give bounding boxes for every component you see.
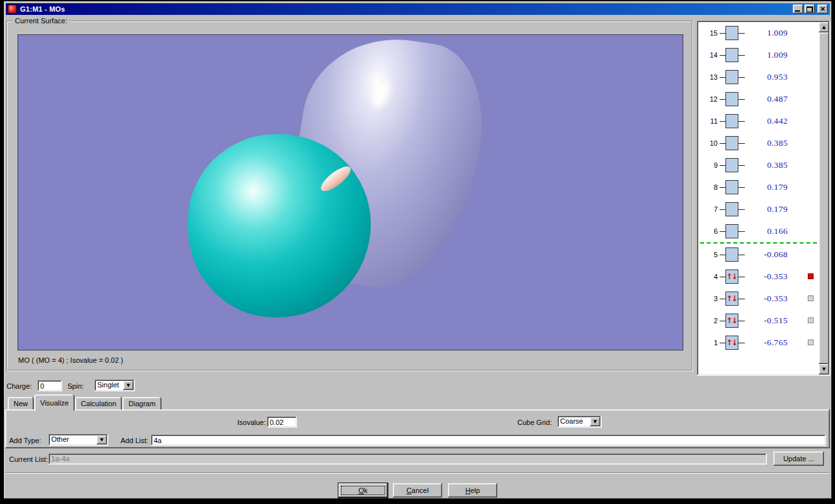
charge-input[interactable] <box>38 380 62 391</box>
mo-selection-marker-gray[interactable] <box>808 317 814 323</box>
mo-occupancy-box[interactable] <box>725 48 738 62</box>
spin-value: Singlet <box>95 380 122 391</box>
spin-up-down-icon: ↑↓ <box>726 295 738 303</box>
surface-caption: MO ( (MO = 4) ; Isovalue = 0.02 ) <box>18 356 123 364</box>
tick-line <box>738 277 745 277</box>
help-button-label: Help <box>465 487 480 494</box>
mo-row[interactable]: 1↑↓-6.765 <box>698 332 819 354</box>
cancel-button-label: Cancel <box>406 487 429 494</box>
mo-selection-marker-gray[interactable] <box>808 339 814 345</box>
mo-energy-value: -0.353 <box>749 293 788 304</box>
tick-line <box>720 255 725 255</box>
mo-occupancy-box[interactable] <box>725 136 738 150</box>
add-type-select[interactable]: Other <box>49 434 108 446</box>
restore-button[interactable] <box>805 5 815 14</box>
mo-row[interactable]: 110.442 <box>698 110 819 132</box>
tick-line <box>720 143 725 144</box>
mo-occupancy-box[interactable] <box>725 158 738 172</box>
tab-calculation[interactable]: Calculation <box>75 397 122 409</box>
tick-line <box>738 343 745 343</box>
cancel-button[interactable]: Cancel <box>393 483 442 498</box>
mo-energy-value: 0.166 <box>749 226 788 236</box>
mo-row[interactable]: 141.009 <box>698 44 819 66</box>
mo-selection-marker-red[interactable] <box>808 273 814 279</box>
add-list-input[interactable] <box>151 435 826 446</box>
mo-number: 5 <box>702 251 718 258</box>
mo-selection-marker-gray[interactable] <box>808 295 814 301</box>
mo-number: 4 <box>702 273 718 281</box>
tick-line <box>738 121 745 122</box>
current-surface-group: Current Surface: MO ( (MO = 4) ; Isovalu… <box>6 21 692 371</box>
separator <box>5 472 830 474</box>
chevron-down-icon[interactable] <box>590 417 600 426</box>
update-button[interactable]: Update ... <box>773 452 824 466</box>
tick-line <box>738 165 745 166</box>
mo-row[interactable]: 60.166 <box>698 220 819 242</box>
mo-energy-value: -0.353 <box>749 271 788 282</box>
mo-occupancy-box[interactable]: ↑↓ <box>725 336 738 350</box>
mo-row[interactable]: 120.487 <box>698 88 819 110</box>
mo-occupancy-box[interactable]: ↑↓ <box>725 314 738 328</box>
mo-row[interactable]: 5-0.068 <box>698 244 819 266</box>
mo-occupancy-box[interactable] <box>725 70 738 84</box>
close-button[interactable] <box>817 5 828 14</box>
tick-line <box>738 143 745 144</box>
tick-line <box>720 99 725 100</box>
scroll-up-icon[interactable] <box>819 22 829 32</box>
add-list-label: Add List: <box>121 437 148 444</box>
mo-row[interactable]: 90.385 <box>698 154 819 176</box>
spin-select[interactable]: Singlet <box>95 380 135 391</box>
mo-occupancy-box[interactable]: ↑↓ <box>725 269 738 284</box>
mo-row[interactable]: 130.953 <box>698 66 819 88</box>
mo-row[interactable]: 4↑↓-0.353 <box>698 266 819 288</box>
tick-line <box>738 99 745 100</box>
mo-row[interactable]: 3↑↓-0.353 <box>698 288 819 310</box>
tab-visualize[interactable]: Visualize <box>34 395 75 411</box>
mo-row[interactable]: 70.179 <box>698 198 819 220</box>
tab-new[interactable]: New <box>8 397 34 409</box>
current-list-label: Current List: <box>9 455 48 463</box>
mo-3d-viewport[interactable] <box>18 34 683 350</box>
tick-line <box>738 77 745 78</box>
mo-energy-value: -0.515 <box>749 315 788 326</box>
cube-grid-select[interactable]: Coarse <box>558 416 602 428</box>
mo-occupancy-box[interactable] <box>725 26 738 40</box>
mo-row[interactable]: 2↑↓-0.515 <box>698 310 819 332</box>
tick-line <box>720 231 725 232</box>
mo-occupancy-box[interactable]: ↑↓ <box>725 292 738 306</box>
visualize-tab-panel: Isovalue: Cube Grid: Coarse Add Type: Ot… <box>5 409 830 448</box>
tab-diagram[interactable]: Diagram <box>123 397 161 409</box>
mo-energy-value: 0.487 <box>749 94 788 104</box>
chevron-down-icon[interactable] <box>97 435 107 444</box>
mo-occupancy-box[interactable] <box>725 202 738 216</box>
ok-button-label: Ok <box>359 487 368 494</box>
isovalue-input[interactable] <box>267 417 297 428</box>
current-list-field: 1a-4a <box>49 453 767 464</box>
mo-occupancy-box[interactable] <box>725 114 738 128</box>
mo-occupancy-box[interactable] <box>725 92 738 106</box>
mo-row[interactable]: 100.385 <box>698 132 819 154</box>
tick-line <box>738 209 745 210</box>
scroll-down-icon[interactable] <box>819 364 829 374</box>
tick-line <box>720 55 725 56</box>
app-icon[interactable] <box>8 5 17 14</box>
ok-button[interactable]: Ok <box>338 483 388 498</box>
mo-list[interactable]: 151.009141.009130.953120.487110.442100.3… <box>697 21 830 376</box>
mo-row[interactable]: 80.179 <box>698 176 819 198</box>
mo-list-rows: 151.009141.009130.953120.487110.442100.3… <box>698 22 819 374</box>
minimize-button[interactable] <box>793 5 803 14</box>
mo-number: 6 <box>702 227 718 235</box>
chevron-down-icon[interactable] <box>123 381 134 390</box>
mo-occupancy-box[interactable] <box>725 247 738 262</box>
help-button[interactable]: Help <box>448 483 497 498</box>
mo-occupancy-box[interactable] <box>725 224 738 238</box>
add-type-value: Other <box>49 434 95 446</box>
mo-list-scrollbar[interactable] <box>819 22 829 374</box>
mo-row[interactable]: 151.009 <box>698 22 819 44</box>
scrollbar-thumb[interactable] <box>819 32 829 364</box>
spin-label: Spin: <box>67 382 84 390</box>
tick-line <box>738 299 745 299</box>
mo-occupancy-box[interactable] <box>725 180 738 194</box>
mos-dialog-window: G1:M1 - MOs Current Surface: MO ( (MO = … <box>4 1 832 499</box>
tick-line <box>738 231 745 232</box>
